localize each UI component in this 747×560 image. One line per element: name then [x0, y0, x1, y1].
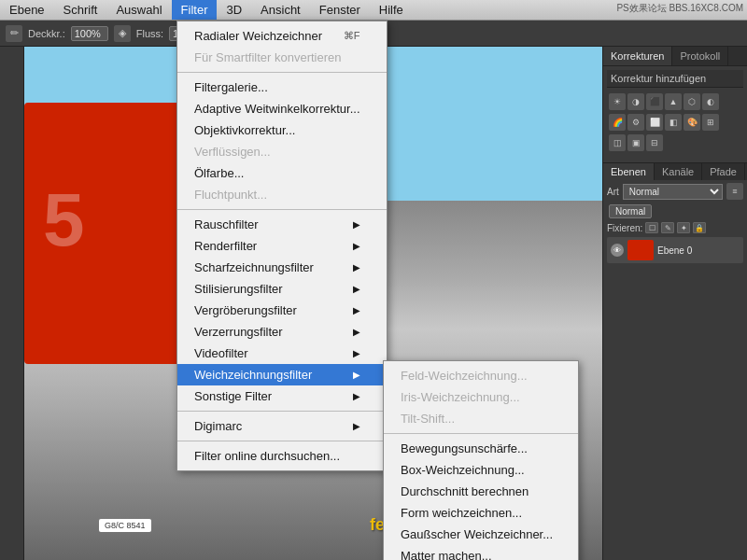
- menubar: Ebene Schrift Auswahl Filter 3D Ansicht …: [0, 0, 747, 21]
- watermark-text: PS效果论坛 BBS.16XC8.COM: [616, 2, 743, 15]
- korrektur-row-2: 🌈 ⚙ ⬜ ◧ 🎨 ⊞: [609, 114, 719, 131]
- menu-filter[interactable]: Filter: [172, 0, 218, 20]
- korrektur-icon-7[interactable]: 🌈: [609, 114, 626, 131]
- normal-badge: Normal: [609, 204, 652, 218]
- menu-3d[interactable]: 3D: [217, 0, 251, 20]
- layer-mode-row: Art Normal ≡: [603, 180, 747, 203]
- pressure-icon[interactable]: ◈: [114, 25, 131, 42]
- menu-smartfilter-label: Für Smartfilter konvertieren: [194, 50, 342, 64]
- korrektur-icon-11[interactable]: 🎨: [684, 114, 700, 131]
- sub-matter[interactable]: Matter machen...: [384, 545, 578, 560]
- menu-digimarc[interactable]: Digimarc ▶: [177, 415, 387, 437]
- tab-korrekturen[interactable]: Korrekturen: [603, 47, 672, 65]
- tools-panel: [0, 47, 24, 560]
- fix-icon-3[interactable]: ✦: [677, 222, 690, 233]
- fix-icon-1[interactable]: ☐: [645, 222, 658, 233]
- deckkraft-input[interactable]: [71, 26, 108, 41]
- filter-menu-popup: Radialer Weichzeichner ⌘F Für Smartfilte…: [176, 21, 388, 471]
- tab-kanaele[interactable]: Kanäle: [655, 163, 702, 180]
- menu-schrift[interactable]: Schrift: [54, 0, 107, 20]
- menu-scharfzeichnung[interactable]: Scharfzeichnungsfilter ▶: [177, 257, 387, 278]
- menu-vergroberung[interactable]: Vergröberungsfilter ▶: [177, 300, 387, 321]
- menu-stilisierung[interactable]: Stilisierungsfilter ▶: [177, 278, 387, 300]
- arrow-weich: ▶: [353, 370, 360, 380]
- layers-tabs: Ebenen Kanäle Pfade: [603, 163, 747, 180]
- korrektur-icon-8[interactable]: ⚙: [627, 114, 644, 131]
- menu-weichzeichnung[interactable]: Weichzeichnungsfilter ▶ Feld-Weichzeichn…: [177, 364, 387, 385]
- sub-feld: Feld-Weichzeichnung...: [384, 365, 578, 386]
- fixieren-row: Fixieren: ☐ ✎ ✦ 🔒: [603, 220, 747, 235]
- korrektur-icon-2[interactable]: ◑: [627, 93, 644, 110]
- korrektur-icon-15[interactable]: ⊟: [646, 134, 663, 151]
- menu-videofilter[interactable]: Videofilter ▶: [177, 343, 387, 364]
- fix-icon-2[interactable]: ✎: [661, 222, 674, 233]
- art-select[interactable]: Normal: [623, 184, 723, 200]
- layers-panel: Ebenen Kanäle Pfade Art Normal ≡ Normal …: [603, 162, 747, 265]
- separator-2: [177, 209, 387, 210]
- separator-4: [177, 441, 387, 441]
- menu-ebene[interactable]: Ebene: [0, 0, 54, 20]
- korrektur-icon-10[interactable]: ◧: [665, 114, 682, 131]
- license-plate: G8/C 8541: [99, 519, 151, 532]
- korrektur-icon-6[interactable]: ◐: [702, 93, 719, 110]
- menu-radialer-top[interactable]: Radialer Weichzeichner ⌘F: [177, 25, 387, 47]
- menu-fenster[interactable]: Fenster: [310, 0, 370, 20]
- menu-sonstige[interactable]: Sonstige Filter ▶: [177, 385, 387, 407]
- menu-rauschfilter[interactable]: Rauschfilter ▶: [177, 214, 387, 235]
- sub-gauss[interactable]: Gaußscher Weichzeichner...: [384, 524, 578, 545]
- sub-tiltshift: Tilt-Shift...: [384, 408, 578, 429]
- menu-filtergalerie[interactable]: Filtergalerie...: [177, 77, 387, 98]
- korrektur-title: Korrektur hinzufügen: [607, 70, 743, 88]
- menu-verfluessigen: Verflüssigen...: [177, 141, 387, 162]
- arrow-vergr: ▶: [353, 305, 360, 315]
- layer-name: Ebene 0: [657, 245, 692, 256]
- menu-verzerrung[interactable]: Verzerrungsfilter ▶: [177, 321, 387, 343]
- menu-renderfilter[interactable]: Renderfilter ▶: [177, 235, 387, 257]
- korrektur-icons-row: ☀ ◑ ⬛ ▲ ⬡ ◐ 🌈 ⚙ ⬜ ◧ 🎨 ⊞ ◫ ▣: [607, 91, 743, 155]
- arrow-digi: ▶: [353, 421, 360, 431]
- art-label: Art: [607, 187, 619, 197]
- korrektur-row-3: ◫ ▣ ⊟: [609, 134, 663, 151]
- right-panels: Korrekturen Protokoll Korrektur hinzufüg…: [602, 47, 747, 560]
- korrektur-icon-9[interactable]: ⬜: [646, 114, 663, 131]
- korrektur-icon-12[interactable]: ⊞: [702, 114, 719, 131]
- tab-pfade[interactable]: Pfade: [702, 163, 745, 180]
- sub-iris: Iris-Weichzeichnung...: [384, 386, 578, 408]
- separator-3: [177, 411, 387, 412]
- arrow-video: ▶: [353, 348, 360, 358]
- layer-menu-icon[interactable]: ≡: [726, 183, 743, 200]
- menu-oelfarbe[interactable]: Ölfarbe...: [177, 162, 387, 184]
- korrektur-icon-4[interactable]: ▲: [665, 93, 682, 110]
- menu-weitwinkel[interactable]: Adaptive Weitwinkelkorrektur...: [177, 98, 387, 119]
- sub-durchschnitt[interactable]: Durchschnitt berechnen: [384, 481, 578, 502]
- fix-icon-4[interactable]: 🔒: [693, 222, 706, 233]
- layer-opacity-row: Normal: [603, 203, 747, 220]
- menu-auswahl[interactable]: Auswahl: [106, 0, 171, 20]
- brush-icon[interactable]: ✏: [6, 25, 22, 42]
- menu-hilfe[interactable]: Hilfe: [370, 0, 413, 20]
- sub-form[interactable]: Form weichzeichnen...: [384, 502, 578, 524]
- layer-0-row[interactable]: 👁 Ebene 0: [607, 237, 743, 263]
- weichzeichnung-submenu: Feld-Weichzeichnung... Iris-Weichzeichnu…: [383, 360, 579, 560]
- arrow-scharf: ▶: [353, 262, 360, 273]
- tab-protokoll[interactable]: Protokoll: [672, 47, 728, 65]
- korrektur-icon-14[interactable]: ▣: [627, 134, 644, 151]
- menu-smartfilter: Für Smartfilter konvertieren: [177, 47, 387, 68]
- menu-radialer-shortcut: ⌘F: [344, 30, 360, 42]
- sub-bewegung[interactable]: Bewegungsunschärfe...: [384, 438, 578, 459]
- korrekturen-tabs: Korrekturen Protokoll: [603, 47, 747, 66]
- sub-box[interactable]: Box-Weichzeichnung...: [384, 459, 578, 481]
- korrektur-icon-1[interactable]: ☀: [609, 93, 626, 110]
- korrektur-icon-13[interactable]: ◫: [609, 134, 626, 151]
- arrow-render: ▶: [353, 241, 360, 251]
- menu-online[interactable]: Filter online durchsuchen...: [177, 445, 387, 467]
- tab-ebenen[interactable]: Ebenen: [603, 163, 655, 180]
- menu-objektiv[interactable]: Objektivkorrektur...: [177, 119, 387, 141]
- korrektur-icon-5[interactable]: ⬡: [684, 93, 700, 110]
- sub-separator: [384, 433, 578, 434]
- fluss-label: Fluss:: [136, 28, 163, 39]
- korrektur-icon-3[interactable]: ⬛: [646, 93, 663, 110]
- menu-ansicht[interactable]: Ansicht: [251, 0, 310, 20]
- layer-eye-icon[interactable]: 👁: [611, 244, 624, 257]
- menu-radialer-top-label: Radialer Weichzeichner: [194, 29, 322, 43]
